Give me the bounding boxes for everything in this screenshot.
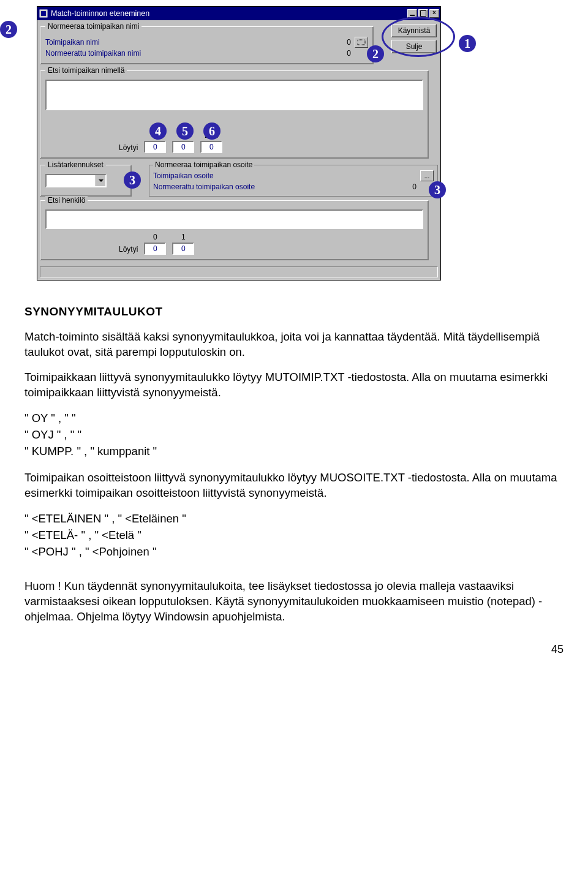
example-line: " KUMPP. " , " kumppanit " <box>24 443 564 460</box>
status-bar <box>40 266 438 277</box>
ellipsis-button[interactable]: ... <box>420 170 434 181</box>
close-window-button[interactable]: × <box>429 9 439 18</box>
found-col-1: 1 0 <box>172 233 194 255</box>
dialog-client: 1 Käynnistä Sulje Normeeraa toimipaikan … <box>37 20 440 280</box>
callout-5: 5 <box>176 122 194 140</box>
svg-rect-1 <box>41 11 46 16</box>
group-legend: Etsi toimipaikan nimellä <box>45 66 127 75</box>
name-label: Toimipaikan nimi <box>45 38 336 47</box>
paragraph: Toimipaikan osoitteistoon liittyvä synon… <box>24 470 564 501</box>
callout-3b: 3 <box>429 181 446 198</box>
paragraph: Toimipaikkaan liittyvä synonyymitaulukko… <box>24 370 564 401</box>
example-line: " <ETELÄINEN " , " <Eteläinen " <box>24 511 564 527</box>
chevron-down-icon[interactable] <box>96 175 105 186</box>
found-col-0: 0 0 <box>144 233 166 255</box>
refinement-combo[interactable] <box>45 174 107 187</box>
normalized-name-label: Normeerattu toimipaikan nimi <box>45 49 336 58</box>
synonym-example-1: " OY " , " " " OYJ " , " " " KUMPP. " , … <box>24 410 564 459</box>
dialog-window: Match-toiminnon eteneminen × 1 Käynnistä… <box>37 6 441 281</box>
normalized-name-value: 0 <box>336 49 351 58</box>
refinement-row: Lisätarkennukset 3 Normeeraa toimipaikan… <box>40 165 438 197</box>
page-number: 45 <box>24 643 564 656</box>
name-value: 0 <box>336 38 351 47</box>
window-title: Match-toiminnon eteneminen <box>51 9 407 18</box>
example-line: " <ETELÄ- " , " <Etelä " <box>24 527 564 544</box>
group-legend: Lisätarkennukset <box>45 160 106 169</box>
col-value: 0 <box>172 243 194 255</box>
normalized-address-value: 0 <box>402 183 417 191</box>
col-value: 0 <box>200 141 222 153</box>
synonym-example-2: " <ETELÄINEN " , " <Eteläinen " " <ETELÄ… <box>24 511 564 560</box>
callout-4: 4 <box>149 122 167 140</box>
col-value: 0 <box>172 141 194 153</box>
callout-2b: 2 <box>367 45 384 62</box>
paragraph-note: Huom ! Kun täydennät synonyymitaulukoita… <box>24 579 564 625</box>
heading-synonym-tables: SYNONYYMITAULUKOT <box>24 305 564 318</box>
group-search-person: Etsi henkilö Löytyi 0 0 1 0 <box>40 200 429 260</box>
address-label: Toimipaikan osoite <box>153 171 420 180</box>
callout-2: 2 <box>0 21 17 38</box>
col-header: 0 <box>153 233 157 241</box>
person-results-list[interactable] <box>45 209 423 229</box>
callout-1: 1 <box>459 35 476 52</box>
group-legend: Normeeraa toimipaikan osoite <box>153 160 254 169</box>
found-label: Löytyi <box>119 245 138 254</box>
callout-3a: 3 <box>124 171 141 189</box>
found-label: Löytyi <box>119 143 138 152</box>
title-bar: Match-toiminnon eteneminen × <box>37 7 440 20</box>
svg-rect-2 <box>358 40 365 45</box>
col-value: 0 <box>144 243 166 255</box>
search-results-list[interactable] <box>45 80 423 110</box>
app-icon <box>39 9 48 18</box>
group-search-name: Etsi toimipaikan nimellä 4 5 6 Löytyi 0 … <box>40 70 429 159</box>
group-normalize-address: Normeeraa toimipaikan osoite Toimipaikan… <box>149 165 438 197</box>
group-refinement: Lisätarkennukset 3 <box>40 165 132 197</box>
group-legend: Etsi henkilö <box>45 196 88 205</box>
col-header: 1 <box>181 233 186 241</box>
normalized-address-label: Normeerattu toimipaikan osoite <box>153 183 402 191</box>
callout-ring-1 <box>382 17 455 57</box>
group-legend: Normeeraa toimipaikan nimi <box>45 22 141 31</box>
example-line: " OYJ " , " " <box>24 427 564 443</box>
callout-6: 6 <box>203 122 221 140</box>
group-normalize-name: Normeeraa toimipaikan nimi Toimipaikan n… <box>40 26 374 64</box>
example-line: " <POHJ " , " <Pohjoinen " <box>24 544 564 560</box>
example-line: " OY " , " " <box>24 410 564 427</box>
col-value: 0 <box>144 141 166 153</box>
ellipsis-button[interactable] <box>355 37 368 48</box>
paragraph: Match-toiminto sisältää kaksi synonyymit… <box>24 330 564 360</box>
page: 2 Match-toiminnon eteneminen × 1 Käynnis… <box>0 0 588 680</box>
